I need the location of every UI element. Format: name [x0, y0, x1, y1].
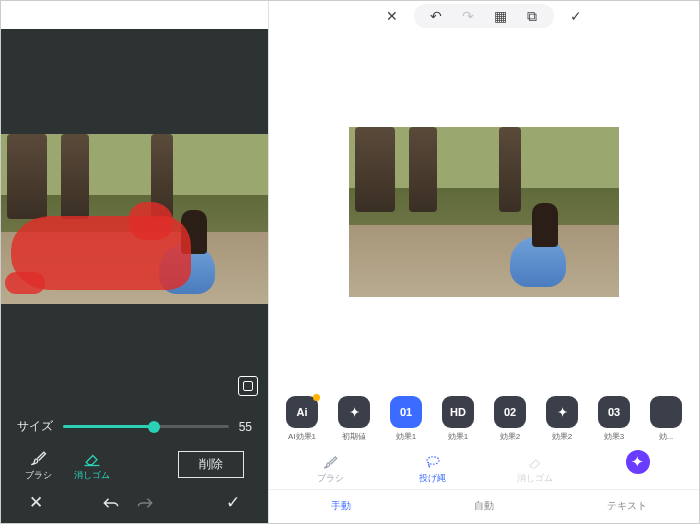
effects-row[interactable]: AiAI効果1✦初期値01効果1HD効果102効果2✦効果203効果3効... [269, 392, 699, 444]
bottom-action-bar: ✕ ✓ [1, 486, 268, 523]
bottom-tabs: 手動 自動 テキスト [269, 489, 699, 523]
close-icon[interactable]: ✕ [384, 8, 400, 24]
right-editor-pane: ✕ ↶ ↷ ▦ ⧉ ✓ AiAI効果1✦初期値01効果1 [268, 1, 699, 523]
tab-text[interactable]: テキスト [556, 490, 699, 523]
effect-e1[interactable]: 01効果1 [385, 396, 427, 442]
effect-label: 効果1 [385, 431, 427, 442]
sparkle-icon: ✦ [587, 452, 690, 472]
result-canvas[interactable] [349, 127, 619, 297]
effect-label: 効果3 [593, 431, 635, 442]
left-status-bar [1, 1, 268, 29]
effect-label: 効果2 [541, 431, 583, 442]
redo-icon[interactable]: ↷ [460, 8, 476, 24]
selection-mask[interactable] [11, 216, 191, 290]
edit-canvas[interactable] [1, 134, 268, 304]
history-pill: ↶ ↷ ▦ ⧉ [414, 4, 554, 28]
eraser-tool[interactable]: 消しゴム [65, 447, 119, 482]
brush-tool[interactable]: ブラシ [11, 447, 65, 482]
effect-e3[interactable]: 03効果3 [593, 396, 635, 442]
svg-point-0 [427, 457, 439, 465]
mode-eraser-label: 消しゴム [484, 472, 587, 485]
tab-auto[interactable]: 自動 [412, 490, 555, 523]
effect-init[interactable]: ✦初期値 [333, 396, 375, 442]
mode-eraser[interactable]: 消しゴム [484, 452, 587, 485]
brush-label: ブラシ [11, 469, 65, 482]
mode-auto[interactable]: ✦ [587, 452, 690, 485]
mode-brush[interactable]: ブラシ [279, 452, 382, 485]
confirm-icon[interactable]: ✓ [216, 492, 250, 513]
effect-label: 初期値 [333, 431, 375, 442]
tool-row: ブラシ 消しゴム 削除 [1, 441, 268, 486]
size-value: 55 [239, 420, 252, 434]
mode-brush-label: ブラシ [279, 472, 382, 485]
right-canvas-area [269, 31, 699, 392]
mode-row: ブラシ 投げ縄 消しゴム ✦ [269, 444, 699, 489]
mode-lasso-label: 投げ縄 [382, 472, 485, 485]
size-label: サイズ [17, 418, 53, 435]
compare-toggle-icon[interactable] [238, 376, 258, 396]
close-icon[interactable]: ✕ [19, 492, 53, 513]
size-slider[interactable] [63, 425, 229, 428]
left-editor-pane: サイズ 55 ブラシ 消しゴム 削除 ✕ [1, 1, 268, 523]
eraser-icon [65, 447, 119, 469]
effect-label: 効果2 [489, 431, 531, 442]
help-icon[interactable]: ▦ [492, 8, 508, 24]
brush-icon [11, 447, 65, 469]
mode-lasso[interactable]: 投げ縄 [382, 452, 485, 485]
undo-icon[interactable]: ↶ [428, 8, 444, 24]
brush-icon [279, 452, 382, 472]
effect-ai[interactable]: AiAI効果1 [281, 396, 323, 442]
effect-label: 効果1 [437, 431, 479, 442]
delete-button[interactable]: 削除 [178, 451, 244, 478]
right-top-bar: ✕ ↶ ↷ ▦ ⧉ ✓ [269, 1, 699, 31]
effect-ex[interactable]: 効... [645, 396, 687, 442]
lasso-icon [382, 452, 485, 472]
size-slider-row: サイズ 55 [1, 408, 268, 441]
girl-figure [504, 203, 574, 287]
effect-e2[interactable]: 02効果2 [489, 396, 531, 442]
eraser-label: 消しゴム [65, 469, 119, 482]
left-canvas-area [1, 29, 268, 408]
effect-label: AI効果1 [281, 431, 323, 442]
effect-label: 効... [645, 431, 687, 442]
redo-icon[interactable] [135, 496, 169, 510]
confirm-icon[interactable]: ✓ [568, 8, 584, 24]
compare-icon[interactable]: ⧉ [524, 8, 540, 25]
effect-e2b[interactable]: ✦効果2 [541, 396, 583, 442]
tab-manual[interactable]: 手動 [269, 490, 412, 523]
eraser-icon [484, 452, 587, 472]
effect-hd[interactable]: HD効果1 [437, 396, 479, 442]
undo-icon[interactable] [101, 496, 135, 510]
